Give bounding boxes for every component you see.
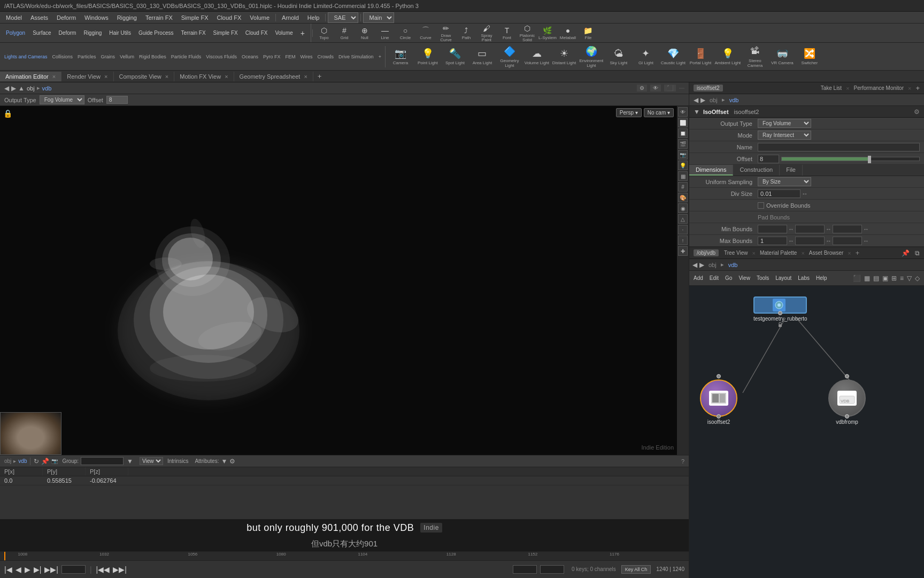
iso-min-bounds-arrow3[interactable]: ↔ [863,226,869,232]
collisions-tab[interactable]: Collisions [50,54,75,59]
ne-layout-icon1[interactable]: ⬛ [853,275,861,282]
iso-min-bounds-y[interactable] [795,225,825,233]
tab-animation-editor[interactable]: Animation Editor × [0,72,61,81]
tab-render-view[interactable]: Render View × [61,72,113,81]
tool-volumelight[interactable]: ☁ Volume Light [523,44,550,70]
ne-layout-icon4[interactable]: ▣ [882,275,888,282]
tool-envlight[interactable]: 🌍 Environment Light [578,44,605,70]
tool-vrcamera[interactable]: 🥽 VR Camera [769,44,796,70]
rp-nav-back[interactable]: ◀ [694,96,698,104]
ss-intrinsics-label[interactable]: Intrinsics [167,458,188,464]
path-vdb[interactable]: vdb [42,85,52,92]
viewport-lock-icon[interactable]: 🔒 [3,109,12,118]
tool-circle[interactable]: ○Circle [395,24,415,42]
tool-ambientlight[interactable]: 💡 Ambient Light [714,44,741,70]
pyrofx-tab[interactable]: Pyro FX [261,54,283,59]
main-dropdown[interactable]: Main [363,12,394,23]
vc-light-btn[interactable]: 💡 [678,161,688,170]
tool-curve[interactable]: ⌒Curve [415,24,436,42]
tool-line[interactable]: —Line [375,24,395,42]
tool-platonic[interactable]: ⬡Platonic Solid [517,24,537,42]
tool-drawcurve[interactable]: ✏Draw Curve [436,24,456,42]
tool-null[interactable]: ⊕Null [355,24,375,42]
shelf-guideprocess[interactable]: Guide Process [135,29,178,37]
shelf-volume[interactable]: Volume [271,29,296,37]
ss-refresh-btn[interactable]: ↻ [34,458,39,465]
menu-volume[interactable]: Volume [246,13,273,22]
vc-normal-btn[interactable]: ↑ [678,235,688,245]
tab-composite-view[interactable]: Composite View × [114,72,175,81]
iso-max-bounds-arrow3[interactable]: ↔ [863,238,869,244]
ne-menu-layout[interactable]: Layout [775,275,791,281]
viscousfluids-tab[interactable]: Viscous Fluids [204,54,239,59]
tl-next-keyframe-btn[interactable]: ▶▶| [44,565,58,574]
node-isooffset2-circle[interactable] [700,379,737,417]
shelf-cloudfx[interactable]: Cloud FX [242,29,272,37]
vp-display-btn4[interactable] [679,88,684,89]
rp-path-obj[interactable]: obj [710,97,718,103]
drivesim-tab[interactable]: Drive Simulation [336,54,376,59]
iso-tab-file[interactable]: File [780,165,803,176]
ss-view-select[interactable]: View [140,457,163,465]
node-testgeometry-box[interactable] [753,296,807,314]
tl-first-frame-btn[interactable]: |◀◀ [96,565,110,574]
tool-lsystem[interactable]: 🌿L-System [537,24,558,42]
ss-attr-filter-btn[interactable]: ▼ [221,458,227,465]
fem-tab[interactable]: FEM [283,54,298,59]
ne-layout-icon8[interactable]: ◇ [915,275,920,282]
tl-prev-frame-btn[interactable]: ◀ [16,565,21,574]
iso-gear-icon[interactable]: ⚙ [914,108,920,116]
tool-grid[interactable]: #Grid [334,24,355,42]
tab-motionfx[interactable]: Motion FX View × [174,72,234,81]
ne-tab-close1[interactable]: × [752,250,756,256]
ss-help-btn[interactable]: ? [681,458,684,465]
iso-output-type-select[interactable]: Fog Volume [758,119,811,128]
menu-assets[interactable]: Assets [27,13,52,22]
offset-input[interactable] [106,96,128,104]
iso-mode-select[interactable]: Ray Intersect [758,131,811,140]
ne-layout-icon2[interactable]: ▦ [864,275,870,282]
ss-attr-manage-btn[interactable]: ⚙ [229,458,235,465]
iso-min-bounds-z[interactable] [833,225,862,233]
rigidbodies-tab[interactable]: Rigid Bodies [137,54,168,59]
iso-max-bounds-z[interactable] [833,237,862,245]
ne-tab-objvdb[interactable]: /obj/vdb [694,249,719,256]
path-obj[interactable]: obj [27,85,35,92]
tool-spotlight[interactable]: 🔦 Spot Light [442,44,468,70]
ne-menu-tools[interactable]: Tools [757,275,769,281]
output-type-select[interactable]: Fog Volume [40,95,84,104]
iso-tab-dimensions[interactable]: Dimensions [689,165,733,176]
ne-layout-icon5[interactable]: ⊞ [891,275,897,282]
iso-node-name[interactable]: isooffset2 [734,109,759,115]
vc-eye-btn[interactable]: 👁 [678,107,688,117]
ss-camera-btn[interactable]: 📷 [51,458,58,464]
ne-menu-help[interactable]: Help [816,275,827,281]
iso-min-bounds-arrow1[interactable]: ↔ [788,226,794,232]
iso-override-bounds-checkbox[interactable] [758,202,764,209]
ne-nav-back[interactable]: ◀ [692,261,697,269]
wires-tab[interactable]: Wires [298,54,315,59]
vc-color-btn[interactable]: 🎨 [678,193,688,202]
menu-windows[interactable]: Windows [81,13,112,22]
tl-frame-input[interactable]: 1 [61,565,86,574]
oceans-tab[interactable]: Oceans [240,54,260,59]
tl-end-input[interactable]: 1001 [540,565,564,574]
ne-path-vdb[interactable]: vdb [728,262,738,268]
ne-canvas[interactable]: testgeometry_rubberto [689,286,924,578]
vc-snap-btn[interactable]: 🔲 [678,128,688,138]
menu-deform[interactable]: Deform [53,13,80,22]
tool-path[interactable]: ⤴Path [456,24,476,42]
shelf-deform[interactable]: Deform [55,29,80,37]
node-vdbfromp-circle[interactable]: VDB [828,379,866,417]
tool-camera[interactable]: 📷 Camera [387,44,414,70]
ne-path-obj[interactable]: obj [709,262,717,268]
menu-cloud[interactable]: Cloud FX [213,13,245,22]
shelf-polygon[interactable]: Polygon [2,29,29,37]
vc-prim-btn[interactable]: △ [678,214,688,224]
shelf-add[interactable]: + [297,28,309,39]
vc-camera-btn[interactable]: 📷 [678,150,688,159]
tool-font[interactable]: TFont [497,24,517,42]
ne-menu-go[interactable]: Go [725,275,732,281]
tool-geometrylight[interactable]: 🔷 Geometry Light [496,44,523,70]
shelf-rigging[interactable]: Rigging [80,29,105,37]
